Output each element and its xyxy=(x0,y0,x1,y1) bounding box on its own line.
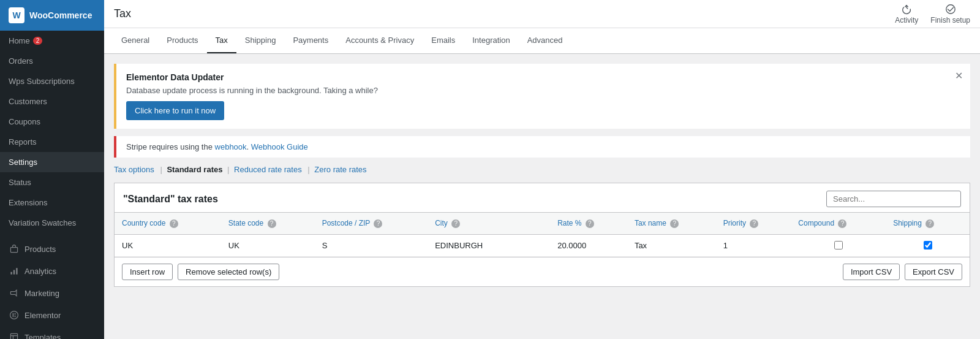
priority-help-icon[interactable]: ? xyxy=(750,219,758,228)
shipping-checkbox[interactable] xyxy=(924,241,932,249)
activity-button[interactable]: Activity xyxy=(895,4,918,25)
sidebar-group-templates[interactable]: Templates xyxy=(0,326,104,339)
megaphone-icon xyxy=(9,288,20,299)
sidebar-group-marketing[interactable]: Marketing xyxy=(0,282,104,304)
tax-rates-table: Country code ? State code ? Postcode / Z… xyxy=(115,212,970,257)
col-state-code: State code ? xyxy=(221,213,315,235)
activity-label: Activity xyxy=(895,16,918,25)
city-help-icon[interactable]: ? xyxy=(451,219,460,228)
cell-city: EDINBURGH xyxy=(428,234,550,256)
stripe-webhook-guide-link[interactable]: Webhook Guide xyxy=(251,142,308,151)
elementor-notice: ✕ Elementor Data Updater Database update… xyxy=(114,64,970,129)
cell-priority: 1 xyxy=(716,234,791,256)
svg-rect-8 xyxy=(10,333,17,339)
tab-advanced[interactable]: Advanced xyxy=(519,28,571,53)
footer-left-actions: Insert row Remove selected row(s) xyxy=(122,264,279,280)
rate-pct-help-icon[interactable]: ? xyxy=(586,219,594,228)
cell-tax-name: Tax xyxy=(627,234,716,256)
search-input[interactable] xyxy=(826,191,961,207)
stripe-separator: . xyxy=(247,142,251,151)
svg-point-4 xyxy=(10,311,18,319)
tax-rates-table-section: "Standard" tax rates Country code ? Stat… xyxy=(114,183,970,287)
svg-rect-7 xyxy=(15,316,16,317)
sidebar-logo[interactable]: W WooCommerce xyxy=(0,0,104,31)
sidebar-item-wps-subscriptions[interactable]: Wps Subscriptions xyxy=(0,71,104,91)
cell-country-code: UK xyxy=(115,234,221,256)
sidebar-item-status[interactable]: Status xyxy=(0,172,104,192)
finish-setup-icon xyxy=(945,4,956,15)
tab-shipping[interactable]: Shipping xyxy=(236,28,285,53)
compound-checkbox-container xyxy=(798,241,878,249)
sidebar-group-elementor[interactable]: Elementor xyxy=(0,304,104,326)
sidebar-group-products[interactable]: Products xyxy=(0,238,104,260)
sidebar-group-analytics[interactable]: Analytics xyxy=(0,260,104,282)
compound-help-icon[interactable]: ? xyxy=(838,219,846,228)
state-code-help-icon[interactable]: ? xyxy=(268,219,276,228)
postcode-zip-help-icon[interactable]: ? xyxy=(374,219,382,228)
activity-icon xyxy=(901,4,912,15)
sidebar-item-extensions[interactable]: Extensions xyxy=(0,192,104,213)
remove-selected-button[interactable]: Remove selected row(s) xyxy=(178,264,279,280)
country-code-help-icon[interactable]: ? xyxy=(170,219,178,228)
svg-rect-3 xyxy=(16,268,17,274)
sidebar-item-customers[interactable]: Customers xyxy=(0,91,104,112)
elementor-notice-description: Database update process is running in th… xyxy=(126,86,960,95)
page-title: Tax xyxy=(114,7,131,20)
sidebar-item-variation-swatches-label: Variation Swatches xyxy=(9,218,76,227)
sidebar-item-home-label: Home xyxy=(9,36,30,45)
sidebar-item-coupons-label: Coupons xyxy=(9,117,40,126)
insert-row-button[interactable]: Insert row xyxy=(122,264,173,280)
sidebar-group-marketing-label: Marketing xyxy=(24,289,59,298)
tab-integration[interactable]: Integration xyxy=(464,28,518,53)
tax-options-link[interactable]: Tax options xyxy=(114,165,154,174)
sidebar-brand-label: WooCommerce xyxy=(29,10,92,20)
home-badge: 2 xyxy=(33,37,43,45)
stripe-webhook-link[interactable]: webhook xyxy=(215,142,247,151)
svg-rect-6 xyxy=(15,313,16,314)
standard-rates-active: Standard rates xyxy=(167,165,222,174)
col-postcode-zip: Postcode / ZIP ? xyxy=(315,213,428,235)
table-footer: Insert row Remove selected row(s) Import… xyxy=(115,257,970,286)
sidebar-item-wps-label: Wps Subscriptions xyxy=(9,77,75,86)
col-priority: Priority ? xyxy=(716,213,791,235)
sidebar-item-variation-swatches[interactable]: Variation Swatches xyxy=(0,213,104,233)
sidebar-item-coupons[interactable]: Coupons xyxy=(0,112,104,132)
sidebar-item-settings[interactable]: Settings xyxy=(0,152,104,172)
sidebar-group-templates-label: Templates xyxy=(24,333,61,340)
woocommerce-logo-icon: W xyxy=(9,7,24,23)
chart-icon xyxy=(9,265,20,276)
col-city: City ? xyxy=(428,213,550,235)
sidebar-item-settings-label: Settings xyxy=(9,158,37,167)
main-area: Tax Activity Finish setup General Pro xyxy=(104,0,980,339)
table-header: "Standard" tax rates xyxy=(115,183,970,212)
sidebar-item-orders-label: Orders xyxy=(9,56,33,66)
sidebar-item-reports[interactable]: Reports xyxy=(0,132,104,152)
elementor-run-button[interactable]: Click here to run it now xyxy=(126,101,224,120)
settings-tabs: General Products Tax Shipping Payments A… xyxy=(104,28,980,54)
svg-rect-0 xyxy=(10,248,17,253)
compound-checkbox[interactable] xyxy=(834,241,843,249)
tab-accounts-privacy[interactable]: Accounts & Privacy xyxy=(337,28,423,53)
finish-setup-button[interactable]: Finish setup xyxy=(930,4,970,25)
finish-setup-label: Finish setup xyxy=(930,16,970,25)
topbar-actions: Activity Finish setup xyxy=(895,4,970,25)
import-csv-button[interactable]: Import CSV xyxy=(843,264,900,280)
tab-general[interactable]: General xyxy=(113,28,158,53)
tax-name-help-icon[interactable]: ? xyxy=(670,219,679,228)
sidebar-item-customers-label: Customers xyxy=(9,97,47,106)
elementor-notice-close[interactable]: ✕ xyxy=(955,70,963,82)
zero-rate-link[interactable]: Zero rate rates xyxy=(314,165,366,174)
export-csv-button[interactable]: Export CSV xyxy=(905,264,962,280)
sidebar-item-orders[interactable]: Orders xyxy=(0,51,104,71)
sidebar-item-home[interactable]: Home 2 xyxy=(0,31,104,51)
tax-nav: Tax options | Standard rates | Reduced r… xyxy=(114,165,970,174)
tab-tax[interactable]: Tax xyxy=(207,28,236,53)
tab-products[interactable]: Products xyxy=(158,28,206,53)
tab-payments[interactable]: Payments xyxy=(284,28,337,53)
svg-rect-5 xyxy=(13,313,14,317)
table-title: "Standard" tax rates xyxy=(123,194,218,205)
sidebar-item-reports-label: Reports xyxy=(9,137,37,147)
shipping-help-icon[interactable]: ? xyxy=(925,219,934,228)
reduced-rate-link[interactable]: Reduced rate rates xyxy=(234,165,302,174)
tab-emails[interactable]: Emails xyxy=(423,28,464,53)
